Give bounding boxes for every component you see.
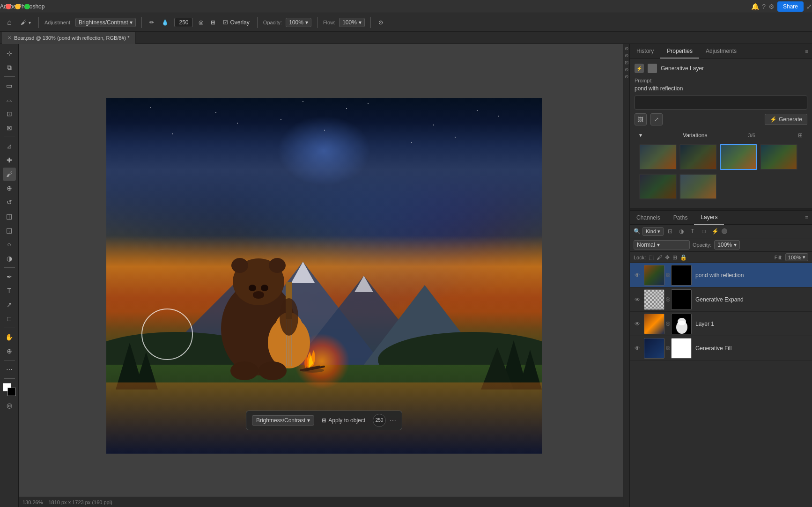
color-swatches[interactable] [3,383,16,396]
lasso-tool[interactable]: ⌓ [3,93,16,106]
layer-expand-visibility[interactable]: 👁 [633,296,642,303]
panel-menu-icon[interactable]: ≡ [805,48,808,55]
move-tool[interactable]: ⊹ [3,47,16,60]
path-select-tool[interactable]: ↗ [3,298,16,311]
layer-pond[interactable]: 👁 ⛓ pond with reflection [630,263,812,287]
lock-brush-btn[interactable]: 🖌 [657,254,662,261]
strip-btn-2[interactable]: ⊙ [625,53,628,58]
filter-shape-btn[interactable]: □ [699,227,709,236]
history-brush[interactable]: ↺ [3,196,16,209]
home-button[interactable]: ⌂ [4,17,15,28]
blend-mode-dropdown[interactable]: Normal ▾ [634,240,690,250]
filter-type-btn[interactable]: T [688,227,697,236]
help-icon[interactable]: ? [762,3,766,10]
close-button[interactable] [6,4,11,9]
grid-view-icon[interactable]: ⊞ [798,132,803,139]
layer-fill[interactable]: 👁 ⛓ Generative Fill [630,336,812,360]
opacity-dropdown[interactable]: 100% ▾ [286,18,311,27]
opacity-dropdown-layers[interactable]: 100% ▾ [714,240,740,250]
filter-smart-btn[interactable]: ⚡ [710,227,720,236]
generate-button[interactable]: ⚡ Generate [765,114,807,125]
tool-selector[interactable]: 🖌 [19,18,33,27]
doc-tab-close[interactable]: ✕ [7,35,11,40]
filter-adjust-btn[interactable]: ◑ [677,227,686,236]
color-picker[interactable]: 💧 [160,18,170,27]
tab-properties[interactable]: Properties [660,44,699,59]
layer-1-visibility[interactable]: 👁 [633,321,642,327]
bell-icon[interactable]: 🔔 [751,3,759,10]
expand-icon[interactable]: ⤢ [806,3,812,10]
tab-layers[interactable]: Layers [694,211,724,225]
pen-tool-btn[interactable]: ✒ [3,270,16,283]
lock-move-btn[interactable]: ✥ [665,254,670,261]
zoom-tool[interactable]: ⊕ [3,345,16,358]
adj-filter-dropdown[interactable]: Brightness/Contrast ▾ [252,415,314,426]
settings-icon[interactable]: ⚙ [768,3,775,10]
eyedropper-tool[interactable]: ⊿ [3,140,16,153]
lock-artboard-btn[interactable]: ⊞ [672,254,677,261]
dodge-tool[interactable]: ◑ [3,252,16,265]
tab-adjustments[interactable]: Adjustments [699,44,743,59]
layer-pond-visibility[interactable]: 👁 [633,272,642,279]
transform-btn[interactable]: ⊞ [209,18,217,27]
tab-paths[interactable]: Paths [667,211,694,225]
variation-3[interactable] [720,144,757,170]
strip-btn-1[interactable]: ⊙ [625,46,628,51]
adj-more-btn[interactable]: ⋯ [390,417,396,424]
lock-transparent-btn[interactable]: ⬚ [649,254,654,261]
gradient-tool[interactable]: ◱ [3,224,16,237]
blur-tool[interactable]: ○ [3,238,16,251]
flow-dropdown[interactable]: 100% ▾ [339,18,365,27]
variation-5[interactable] [639,174,677,199]
image-gen-icon-btn[interactable]: 🖼 [635,113,647,125]
strip-btn-5[interactable]: ⊙ [625,74,628,79]
layer-1[interactable]: 👁 ⛓ Layer 1 [630,312,812,336]
variation-6[interactable] [679,174,717,199]
strip-btn-3[interactable]: ⊡ [625,60,628,65]
brush-tool[interactable]: 🖌 [3,168,16,181]
extra-tools[interactable]: ⋯ [3,363,16,376]
layer-fill-visibility[interactable]: 👁 [633,345,642,352]
doc-tab[interactable]: ✕ Bear.psd @ 130% (pond with reflection,… [2,32,136,44]
overlay-btn[interactable]: ☑ Overlay [221,18,251,27]
pen-tool[interactable]: ✏ [148,18,156,27]
variations-header[interactable]: ▾ Variations 3/6 ⊞ [635,130,807,140]
strip-btn-4[interactable]: ⊙ [625,67,628,72]
airbrush-btn[interactable]: ⊙ [376,18,385,27]
share-button[interactable]: Share [777,1,804,12]
crop-tool[interactable]: ⊠ [3,121,16,134]
prompt-input[interactable] [635,96,807,110]
lock-all-btn[interactable]: 🔒 [680,254,687,261]
maximize-button[interactable] [24,4,30,9]
quick-mask[interactable]: ◎ [3,399,16,412]
adj-value-circle[interactable]: 250 [373,414,386,427]
filter-pixel-btn[interactable]: ⊡ [665,227,675,236]
layer-expand[interactable]: 👁 ⛓ Generative Expand [630,287,812,312]
hand-tool[interactable]: ✋ [3,331,16,344]
eraser-tool[interactable]: ◫ [3,210,16,223]
tab-history[interactable]: History [630,44,660,59]
apply-to-object-btn[interactable]: ⊞ Apply to object [318,416,369,425]
layers-panel-menu[interactable]: ≡ [801,214,812,221]
marquee-tool[interactable]: ▭ [3,79,16,92]
minimize-button[interactable] [15,4,21,9]
filter-toggle[interactable] [722,228,727,234]
brush-size[interactable]: 250 [174,18,193,27]
filter-kind-dropdown[interactable]: Kind ▾ [642,227,664,236]
tab-channels[interactable]: Channels [630,211,667,225]
adjustment-dropdown[interactable]: Brightness/Contrast ▾ [75,18,136,27]
healing-tool[interactable]: ✚ [3,154,16,167]
canvas-area[interactable]: ⊙ ⊙ ⊡ ⊙ ⊙ [19,44,629,507]
clone-tool[interactable]: ⊕ [3,182,16,195]
variation-2[interactable] [679,144,717,170]
artboard-tool[interactable]: ⧉ [3,61,16,74]
expand-gen-btn[interactable]: ⤢ [650,113,663,125]
object-select-tool[interactable]: ⊡ [3,107,16,120]
background-color[interactable] [7,388,16,396]
shape-tool[interactable]: □ [3,312,16,325]
text-tool[interactable]: T [3,284,16,297]
fill-value-dropdown[interactable]: 100% ▾ [785,253,808,261]
window-controls[interactable] [6,4,30,9]
variation-4[interactable] [760,144,797,170]
target-icon-btn[interactable]: ◎ [197,18,205,27]
